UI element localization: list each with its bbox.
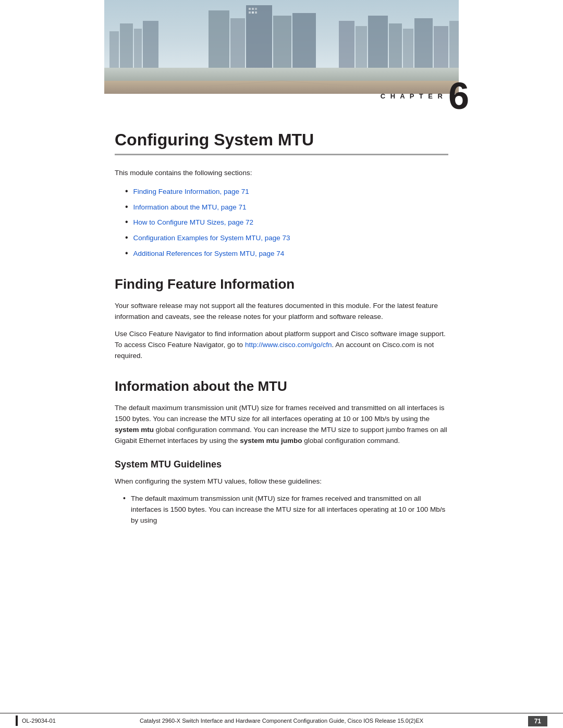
page-title: Configuring System MTU [115,130,448,150]
footer-bar [16,715,18,726]
guideline-item-1: The default maximum transmission unit (M… [123,493,448,526]
title-rule [115,154,448,155]
section-heading-finding-feature: Finding Feature Information [115,276,448,292]
svg-rect-23 [255,11,257,14]
toc-link-3[interactable]: How to Configure MTU Sizes, page 72 [133,217,253,228]
information-mtu-para1: The default maximum transmission unit (M… [115,403,448,447]
toc-item-4: Configuration Examples for System MTU, p… [125,231,448,244]
section-heading-information-mtu: Information about the MTU [115,378,448,394]
page-container: C H A P T E R 6 Configuring System MTU T… [0,0,563,728]
toc-link-1[interactable]: Finding Feature Information, page 71 [133,186,249,198]
chapter-label: C H A P T E R [381,92,448,100]
toc-item-1: Finding Feature Information, page 71 [125,184,448,198]
svg-rect-7 [246,5,272,73]
svg-rect-11 [356,26,367,73]
svg-rect-20 [255,8,257,10]
svg-rect-19 [252,8,254,10]
bold-system-mtu-jumbo: system mtu jumbo [240,437,302,445]
svg-rect-2 [120,23,133,73]
footer-doc-number: OL-29034-01 [22,718,56,724]
svg-rect-16 [434,26,448,73]
footer-page-number: 71 [528,716,547,726]
finding-feature-para2: Use Cisco Feature Navigator to find info… [115,329,448,362]
svg-rect-1 [109,31,119,73]
footer-left: OL-29034-01 [16,715,56,726]
footer-doc-title: Catalyst 2960-X Switch Interface and Har… [140,718,423,724]
svg-rect-18 [249,8,251,10]
footer-right: 71 [528,717,547,725]
svg-rect-6 [230,18,245,73]
chapter-number: 6 [448,77,469,115]
svg-rect-12 [368,16,388,73]
chapter-label-area: C H A P T E R 6 [381,77,469,115]
toc-item-2: Information about the MTU, page 71 [125,200,448,214]
svg-rect-9 [292,13,316,73]
page-footer: OL-29034-01 Catalyst 2960-X Switch Inter… [0,713,563,728]
svg-rect-13 [389,23,402,73]
svg-rect-21 [249,11,251,14]
chapter-header: C H A P T E R 6 [0,0,563,115]
svg-rect-15 [414,18,433,73]
guidelines-intro: When configuring the system MTU values, … [115,476,448,487]
toc-link-2[interactable]: Information about the MTU, page 71 [133,202,247,213]
svg-rect-10 [339,21,354,73]
guidelines-list: The default maximum transmission unit (M… [123,493,448,526]
bold-system-mtu: system mtu [115,426,154,434]
toc-link-5[interactable]: Additional References for System MTU, pa… [133,248,285,260]
toc-list: Finding Feature Information, page 71 Inf… [125,184,448,260]
finding-feature-para1: Your software release may not support al… [115,301,448,323]
svg-rect-3 [134,29,142,73]
toc-item-5: Additional References for System MTU, pa… [125,246,448,260]
cfn-link[interactable]: http://www.cisco.com/go/cfn [245,341,332,349]
svg-rect-14 [403,29,413,73]
toc-item-3: How to Configure MTU Sizes, page 72 [125,215,448,229]
content-area: Configuring System MTU This module conta… [0,115,563,713]
svg-rect-17 [449,21,459,73]
subsection-heading-guidelines: System MTU Guidelines [115,459,448,470]
toc-link-4[interactable]: Configuration Examples for System MTU, p… [133,232,290,244]
svg-rect-22 [252,11,254,14]
svg-rect-8 [273,16,291,73]
svg-rect-4 [143,21,158,73]
intro-text: This module contains the following secti… [115,168,448,178]
svg-rect-5 [209,10,229,73]
